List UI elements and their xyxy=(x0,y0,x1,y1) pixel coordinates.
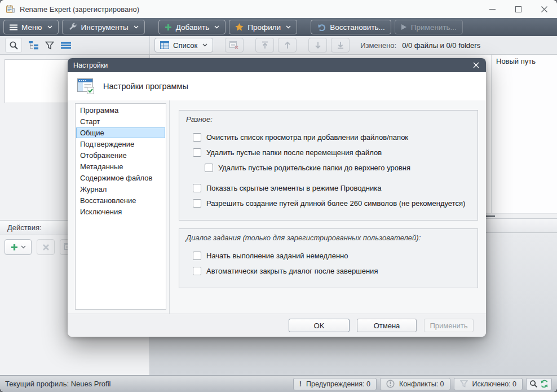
list-toolbar-center: Список Изменено: 0/0 файл xyxy=(150,36,480,54)
dialog-footer: OK Отмена Применить xyxy=(68,314,486,337)
conflict-icon xyxy=(386,380,395,388)
settings-nav-item[interactable]: Исключения xyxy=(76,206,165,217)
actions-label: Действия: xyxy=(7,223,42,232)
dialog-header-title: Настройки программы xyxy=(103,82,188,91)
restore-button[interactable]: Восстановить... xyxy=(311,20,391,34)
search-refresh-button[interactable] xyxy=(526,378,552,390)
minimize-button[interactable] xyxy=(479,0,505,18)
checkbox-option[interactable]: Показать скрытые элементы в режиме Прово… xyxy=(193,180,471,196)
search-toggle-button[interactable] xyxy=(5,38,22,52)
profiles-button[interactable]: Профили xyxy=(229,20,297,34)
maximize-button[interactable] xyxy=(505,0,531,18)
dialog-apply-button[interactable]: Применить xyxy=(424,319,474,332)
settings-nav-item[interactable]: Отображение xyxy=(76,150,165,161)
settings-nav-item[interactable]: Метаданные xyxy=(76,161,165,172)
star-icon xyxy=(235,23,244,31)
new-path-column: Новый путь xyxy=(491,55,557,213)
list-toolbar-left xyxy=(0,36,150,54)
checkbox-option[interactable]: Очистить список просмотра при добавлении… xyxy=(193,130,471,145)
checkbox[interactable] xyxy=(193,133,201,142)
conflicts-label: Конфликты: 0 xyxy=(399,380,444,388)
changed-label: Изменено: xyxy=(360,41,396,50)
move-bottom-button[interactable] xyxy=(331,38,350,52)
changed-status: Изменено: 0/0 файлы и 0/0 folders xyxy=(360,41,480,50)
ok-button[interactable]: OK xyxy=(289,319,350,332)
checkbox[interactable] xyxy=(205,164,213,172)
refresh-icon xyxy=(540,380,549,388)
group-label: Диалог задания (только для зарегистриров… xyxy=(186,234,421,242)
window-title: Rename Expert (зарегистрировано) xyxy=(20,5,139,14)
settings-nav-item[interactable]: Содержимое файлов xyxy=(76,173,165,183)
tools-button[interactable]: Инструменты xyxy=(62,20,145,34)
settings-nav: ПрограммаСтартОбщиеПодтверждениеОтображе… xyxy=(75,103,166,310)
checkbox-option[interactable]: Разрешить создание путей длиной более 26… xyxy=(193,196,471,211)
dialog-title: Настройки xyxy=(73,61,108,69)
settings-nav-item[interactable]: Общие xyxy=(76,127,165,138)
menu-button[interactable]: Меню xyxy=(3,20,59,34)
checkbox-label: Автоматически закрыть диалог после завер… xyxy=(206,267,378,275)
search-icon xyxy=(9,41,19,50)
profiles-label: Профили xyxy=(247,23,281,32)
menu-label: Меню xyxy=(21,23,42,32)
excluded-label: Исключено: 0 xyxy=(472,380,516,388)
filter-icon[interactable] xyxy=(45,41,54,50)
checkbox[interactable] xyxy=(193,199,201,208)
dialog-header: Настройки программы xyxy=(68,72,486,100)
play-icon xyxy=(401,24,407,30)
checkbox-option[interactable]: Автоматически закрыть диалог после завер… xyxy=(193,263,471,279)
move-up-button[interactable] xyxy=(278,38,297,52)
chevron-down-icon xyxy=(286,25,291,29)
wrench-icon xyxy=(68,23,77,32)
cancel-button[interactable]: Отмена xyxy=(357,319,417,332)
chevron-down-icon xyxy=(21,245,26,249)
plus-icon xyxy=(11,244,18,251)
settings-nav-item[interactable]: Восстановление xyxy=(76,195,165,206)
checkbox[interactable] xyxy=(193,252,201,260)
chevron-down-icon xyxy=(47,25,52,29)
settings-group: Разное:Очистить список просмотра при доб… xyxy=(179,110,478,221)
dialog-body: ПрограммаСтартОбщиеПодтверждениеОтображе… xyxy=(68,100,486,314)
clear-list-icon xyxy=(229,41,239,49)
settings-dialog: Настройки Настройки программы xyxy=(68,58,486,337)
move-top-button[interactable] xyxy=(255,38,274,52)
checkbox-option[interactable]: Удалить пустые родительские папки до вер… xyxy=(205,160,471,175)
apply-button[interactable]: Применить... xyxy=(395,20,463,34)
search-icon xyxy=(529,380,538,388)
delete-action-button[interactable] xyxy=(37,239,55,255)
warnings-label: Предупреждения: 0 xyxy=(306,380,370,388)
window-controls xyxy=(479,0,557,18)
add-button[interactable]: Добавить xyxy=(158,20,226,34)
view-mode-dropdown[interactable]: Список xyxy=(154,38,213,52)
add-action-button[interactable] xyxy=(5,239,32,255)
settings-window-icon xyxy=(75,76,96,97)
checkbox[interactable] xyxy=(193,148,201,157)
checkbox[interactable] xyxy=(193,267,201,275)
list-lines-icon[interactable] xyxy=(61,42,71,49)
warnings-badge[interactable]: ! Предупреждения: 0 xyxy=(293,378,377,390)
group-label: Разное: xyxy=(186,115,213,124)
settings-nav-item[interactable]: Подтверждение xyxy=(76,139,165,149)
checkbox-option[interactable]: Начать выполнение заданий немедленно xyxy=(193,248,471,263)
excluded-badge[interactable]: Исключено: 0 xyxy=(454,378,523,390)
settings-nav-item[interactable]: Программа xyxy=(76,105,165,116)
checkbox[interactable] xyxy=(193,184,201,192)
tree-view-icon[interactable] xyxy=(29,41,38,50)
splitter-grip-icon xyxy=(485,215,495,217)
dialog-close-button[interactable] xyxy=(466,58,486,72)
checkbox-option[interactable]: Удалить пустые папки после перемещения ф… xyxy=(193,145,471,160)
tools-label: Инструменты xyxy=(81,23,129,32)
settings-nav-item[interactable]: Журнал xyxy=(76,184,165,195)
settings-nav-item[interactable]: Старт xyxy=(76,116,165,127)
chevron-down-icon xyxy=(134,25,139,29)
menu-icon xyxy=(10,24,17,30)
close-button[interactable] xyxy=(531,0,557,18)
plus-icon xyxy=(165,24,172,31)
arrow-up-bar-icon xyxy=(261,41,269,49)
move-down-button[interactable] xyxy=(308,38,327,52)
settings-group: Диалог задания (только для зарегистриров… xyxy=(179,228,478,288)
clear-list-button[interactable] xyxy=(225,38,244,52)
conflicts-badge[interactable]: Конфликты: 0 xyxy=(380,378,450,390)
close-icon xyxy=(473,62,479,68)
checkbox-label: Удалить пустые папки после перемещения ф… xyxy=(206,148,382,157)
new-path-column-header[interactable]: Новый путь xyxy=(492,55,557,68)
